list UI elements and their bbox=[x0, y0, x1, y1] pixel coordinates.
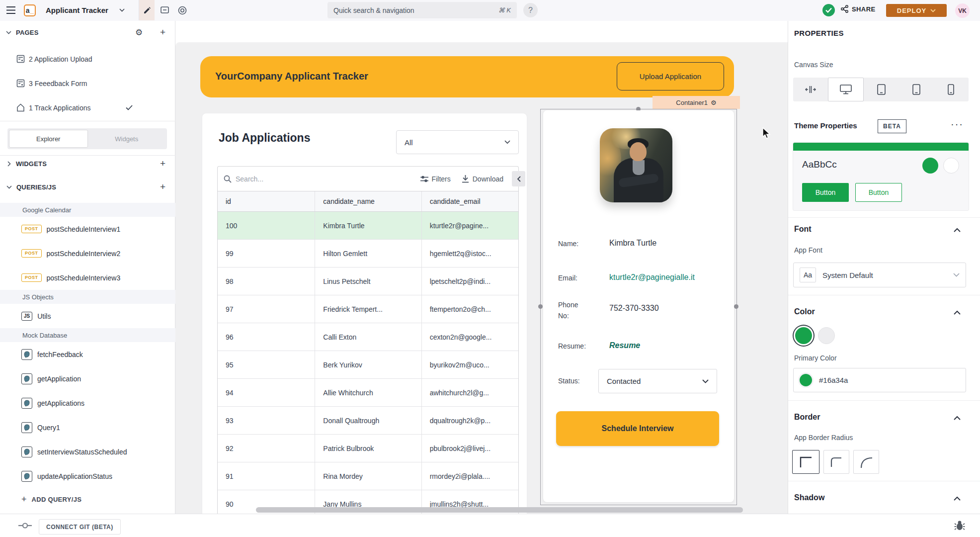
app-logo[interactable]: a_ bbox=[24, 4, 36, 16]
app-title-chevron-down-icon[interactable] bbox=[119, 8, 125, 12]
app-title[interactable]: Applicant Tracker bbox=[46, 6, 108, 14]
table-row[interactable]: 91Rina Mordeyrmordey2i@plala.... bbox=[218, 462, 518, 490]
edit-mode-tab[interactable] bbox=[139, 0, 155, 20]
queries-list: Google CalendarPOSTpostScheduleInterview… bbox=[0, 203, 175, 488]
theme-secondary-dot[interactable] bbox=[943, 158, 959, 174]
deploy-button[interactable]: DEPLOY bbox=[886, 4, 947, 17]
canvas-size-fluid[interactable] bbox=[793, 78, 828, 101]
table-cell: 92 bbox=[218, 435, 315, 462]
font-collapse-chevron-up-icon[interactable] bbox=[954, 228, 961, 232]
status-filter-select[interactable]: All bbox=[396, 130, 519, 154]
radius-option-medium[interactable] bbox=[823, 450, 849, 474]
add-widget-button[interactable]: + bbox=[160, 158, 165, 169]
hamburger-menu-icon[interactable] bbox=[6, 6, 15, 14]
table-row[interactable]: 93Donall Qualtroughdqualtrough2k@p... bbox=[218, 407, 518, 435]
filters-button[interactable]: Filters bbox=[420, 175, 451, 183]
query-item[interactable]: getApplication bbox=[0, 366, 175, 391]
download-button[interactable]: Download bbox=[462, 175, 503, 183]
query-item[interactable]: JSUtils bbox=[0, 304, 175, 328]
pages-settings-gear-icon[interactable]: ⚙ bbox=[135, 27, 143, 38]
comments-tab[interactable] bbox=[157, 0, 172, 20]
table-row[interactable]: 100Kimbra Turtlekturtle2r@pagine... bbox=[218, 212, 518, 240]
table-search-input[interactable]: Search... bbox=[236, 175, 263, 183]
sidebar-page-item[interactable]: 3 Feeedback Form bbox=[0, 71, 175, 95]
selected-widget-tag[interactable]: Container1 ⚙ bbox=[653, 96, 740, 109]
column-header-id[interactable]: id bbox=[218, 191, 315, 211]
app-header-banner[interactable]: YourCompany Applicant Tracker Upload App… bbox=[200, 56, 734, 97]
collapse-panel-button[interactable] bbox=[512, 171, 525, 186]
select-chevron-down-icon bbox=[504, 140, 510, 144]
candidate-detail-card[interactable]: Name: Kimbra Turtle Email: kturtle2r@pag… bbox=[543, 110, 734, 502]
app-font-select[interactable]: Aa System Default bbox=[793, 263, 966, 287]
canvas-size-desktop[interactable] bbox=[828, 78, 864, 101]
table-row[interactable]: 98Linus Petscheltlpetschelt2p@indi... bbox=[218, 268, 518, 295]
query-item[interactable]: POSTpostScheduleInterview2 bbox=[0, 241, 175, 266]
query-group-header[interactable]: Mock Database bbox=[0, 328, 175, 342]
widget-settings-gear-icon[interactable]: ⚙ bbox=[711, 99, 717, 106]
preview-mode-tab[interactable] bbox=[174, 0, 190, 20]
theme-button-solid-preview[interactable]: Button bbox=[802, 183, 849, 202]
user-avatar[interactable]: VK bbox=[955, 3, 970, 18]
query-item[interactable]: setInterviewStatusScheduled bbox=[0, 440, 175, 464]
add-query-plus-button[interactable]: + bbox=[160, 181, 165, 192]
resize-handle-left[interactable] bbox=[538, 304, 543, 309]
help-button[interactable]: ? bbox=[523, 3, 538, 17]
table-row[interactable]: 95Berk Yurikovbyurikov2m@uco... bbox=[218, 351, 518, 379]
column-header-candidate_name[interactable]: candidate_name bbox=[315, 191, 421, 211]
primary-color-input[interactable]: #16a34a bbox=[793, 368, 966, 392]
table-cell: Friedrick Tempert... bbox=[315, 295, 421, 323]
query-group-header[interactable]: JS Objects bbox=[0, 290, 175, 304]
table-row[interactable]: 97Friedrick Tempert...ftemperton2o@ch... bbox=[218, 295, 518, 323]
query-item[interactable]: POSTpostScheduleInterview1 bbox=[0, 217, 175, 241]
theme-more-menu[interactable]: ··· bbox=[951, 118, 964, 130]
queries-section-header[interactable]: QUERIES/JS bbox=[6, 183, 56, 191]
query-group-header[interactable]: Google Calendar bbox=[0, 203, 175, 217]
table-row[interactable]: 92Patrick Bulbrookpbulbrook2j@livej... bbox=[218, 435, 518, 462]
quick-search-input[interactable]: Quick search & navigation ⌘ K bbox=[327, 2, 517, 18]
radius-option-none[interactable] bbox=[792, 450, 819, 474]
table-row[interactable]: 99Hilton Gemletthgemlett2q@istoc... bbox=[218, 240, 518, 268]
add-page-button[interactable]: + bbox=[160, 27, 165, 38]
status-select[interactable]: Contacted bbox=[598, 369, 717, 393]
tab-explorer[interactable]: Explorer bbox=[9, 130, 88, 148]
query-item[interactable]: updateApplicationStatus bbox=[0, 464, 175, 488]
email-link[interactable]: kturtle2r@paginegialle.it bbox=[609, 273, 695, 282]
color-collapse-chevron-up-icon[interactable] bbox=[954, 310, 961, 315]
widgets-section-header[interactable]: WIDGETS bbox=[7, 160, 47, 168]
pages-section-header[interactable]: PAGES bbox=[6, 29, 39, 36]
resume-link[interactable]: Resume bbox=[609, 341, 640, 350]
theme-primary-dot[interactable] bbox=[922, 158, 938, 174]
debug-bug-icon[interactable] bbox=[954, 520, 965, 531]
connect-git-button[interactable]: CONNECT GIT (BETA) bbox=[39, 519, 121, 535]
table-row[interactable]: 96Calli Extoncexton2n@google... bbox=[218, 323, 518, 351]
page-label: 1 Track Applications bbox=[29, 104, 91, 112]
table-row[interactable]: 94Allie Whitchurchawhitchurch2l@g... bbox=[218, 379, 518, 407]
column-header-candidate_email[interactable]: candidate_email bbox=[422, 191, 518, 211]
schedule-interview-button[interactable]: Schedule Interview bbox=[556, 411, 719, 446]
sidebar-page-item[interactable]: 1 Track Applications bbox=[0, 95, 175, 120]
query-item[interactable]: getApplications bbox=[0, 391, 175, 415]
table-cell: 91 bbox=[218, 462, 315, 490]
post-method-badge: POST bbox=[21, 273, 42, 282]
top-bar: a_ Applicant Tracker Quick search & navi… bbox=[0, 0, 980, 21]
canvas-size-mobile[interactable] bbox=[934, 78, 969, 101]
horizontal-scrollbar[interactable] bbox=[256, 507, 743, 513]
color-swatch-primary[interactable] bbox=[795, 327, 812, 344]
queries-chevron-down-icon bbox=[6, 185, 12, 189]
query-item[interactable]: POSTpostScheduleInterview3 bbox=[0, 266, 175, 290]
add-query-js-button[interactable]: + ADD QUERY/JS bbox=[21, 494, 82, 505]
theme-button-outline-preview[interactable]: Button bbox=[855, 183, 902, 202]
resize-handle-right[interactable] bbox=[734, 304, 738, 309]
query-item[interactable]: Query1 bbox=[0, 415, 175, 440]
canvas-size-tablet[interactable] bbox=[899, 78, 934, 101]
share-button[interactable]: SHARE bbox=[841, 5, 876, 13]
color-swatch-background[interactable] bbox=[818, 327, 835, 344]
tab-widgets[interactable]: Widgets bbox=[88, 130, 166, 148]
border-collapse-chevron-up-icon[interactable] bbox=[954, 416, 961, 420]
shadow-collapse-chevron-up-icon[interactable] bbox=[954, 496, 961, 501]
sidebar-page-item[interactable]: 2 Application Upload bbox=[0, 47, 175, 71]
query-item[interactable]: fetchFeedback bbox=[0, 342, 175, 366]
radius-option-large[interactable] bbox=[853, 450, 879, 474]
canvas-size-tablet-large[interactable] bbox=[864, 78, 898, 101]
upload-application-button[interactable]: Upload Application bbox=[617, 62, 724, 90]
